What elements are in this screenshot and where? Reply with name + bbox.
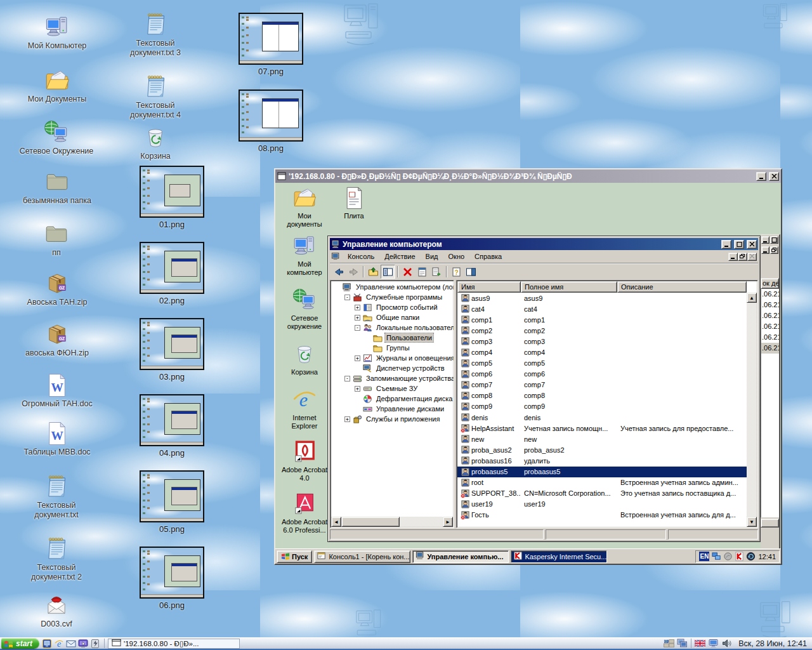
language-indicator[interactable]: EN <box>699 552 709 561</box>
desktop-icon[interactable]: пп <box>33 221 80 258</box>
user-row[interactable]: comp1comp1 <box>457 314 747 325</box>
scroll-right-button[interactable]: ► <box>443 517 453 527</box>
expand-icon[interactable]: + <box>355 355 360 361</box>
minimize-button[interactable] <box>761 236 769 244</box>
remote-desktop-icon[interactable]: eInternet Explorer <box>280 387 329 430</box>
tree-node[interactable]: Диспетчер устройств <box>332 363 454 373</box>
png-thumbnail[interactable]: 03.png <box>140 318 204 381</box>
tree-node[interactable]: +Журналы и оповещения пр <box>332 353 454 363</box>
user-row[interactable]: SUPPORT_38...CN=Microsoft Corporation...… <box>457 488 747 499</box>
png-thumbnail[interactable]: 07.png <box>239 13 303 76</box>
user-row[interactable]: comp5comp5 <box>457 358 747 369</box>
update-tray-icon[interactable] <box>746 552 756 561</box>
png-thumbnail[interactable]: 05.png <box>140 470 204 534</box>
user-row[interactable]: denisdenis <box>457 412 747 423</box>
network-tray-icon[interactable] <box>712 552 721 561</box>
remote-window-titlebar[interactable]: '192.168.0.80 - Ð▯Ð»Ð¸ÐµÐ½Ñ▯ Ð¢ÐµÑ▯Ð¼Ð¸Ð… <box>275 169 781 183</box>
tree-node[interactable]: -Служебные программы <box>332 292 454 302</box>
user-row[interactable]: probaasus5probaasus5 <box>457 467 747 477</box>
clock[interactable]: Вск, 28 Июн, 12:41 <box>735 639 811 648</box>
restore-button[interactable] <box>770 246 778 254</box>
tb-help-button[interactable]: ? <box>449 265 464 279</box>
scroll-up-button[interactable]: ▲ <box>747 293 757 303</box>
child-minimize-button[interactable] <box>728 253 738 261</box>
desktop-icon[interactable]: Мои Документы <box>18 67 96 104</box>
user-row[interactable]: comp8comp8 <box>457 390 747 401</box>
tb-export-button[interactable] <box>429 265 444 279</box>
scroll-left-button[interactable]: ◄ <box>331 517 341 527</box>
collapse-icon[interactable]: - <box>344 295 350 300</box>
desktop-icon[interactable]: GZАвоська ТАН.zip <box>16 270 98 307</box>
desktop-icon[interactable]: Мой Компьютер <box>18 14 96 51</box>
user-row[interactable]: comp9comp9 <box>457 401 747 412</box>
volume-icon[interactable] <box>721 638 733 649</box>
close-button[interactable] <box>747 240 757 249</box>
background-console-window-fragment[interactable]: ок де .06.21.06.21.06.21.06.21.06.21.06.… <box>761 234 780 564</box>
column-header-1[interactable]: Имя <box>457 281 521 293</box>
minimize-button[interactable] <box>721 240 731 249</box>
tree-node[interactable]: Пользователи <box>332 333 454 343</box>
user-row[interactable]: proba_asus2proba_asus2 <box>457 444 747 455</box>
tree-node[interactable]: -Запоминающие устройства <box>332 373 454 383</box>
desktop-icon[interactable]: Корзина <box>128 124 183 161</box>
user-row[interactable]: cat4cat4 <box>457 303 747 314</box>
column-header-3[interactable]: Описание <box>617 281 747 293</box>
collapse-icon[interactable]: - <box>344 376 350 381</box>
clock[interactable]: 12:41 <box>758 553 776 560</box>
minimize-button[interactable] <box>761 246 769 254</box>
tb-back-button[interactable] <box>332 265 346 279</box>
tree-node[interactable]: -Локальные пользователи и <box>332 322 454 333</box>
tree-node[interactable]: Группы <box>332 343 454 353</box>
minimize-button[interactable] <box>756 172 766 181</box>
tb-pane-button[interactable] <box>464 265 478 279</box>
menu-действие[interactable]: Действие <box>379 251 420 262</box>
scroll-down-button[interactable]: ▼ <box>747 517 757 527</box>
desktop-icon[interactable]: Сетевое Окружение <box>9 119 104 156</box>
taskbar-task[interactable]: '192.168.0.80 - Ð▯Ð»... <box>108 639 240 649</box>
expand-icon[interactable]: + <box>344 416 350 422</box>
menu-вид[interactable]: Вид <box>421 251 443 262</box>
user-row[interactable]: HelpAssistantУчетная запись помощн...Уче… <box>457 423 747 434</box>
kmail-icon[interactable] <box>65 638 77 649</box>
user-row[interactable]: probaasus16удалить <box>457 455 747 466</box>
desktop-icon[interactable]: WОгромный ТАН.doc <box>14 372 100 409</box>
user-row[interactable]: comp7comp7 <box>457 380 747 390</box>
user-row[interactable]: ГостьВстроенная учетная запись для д... <box>457 510 747 521</box>
user-row[interactable]: user19user19 <box>457 499 747 510</box>
desktop-icon[interactable]: D003.cvf <box>29 592 84 629</box>
desktop-icon[interactable]: Текстовый документ.txt <box>24 474 89 520</box>
user-row[interactable]: comp6comp6 <box>457 369 747 380</box>
png-thumbnail[interactable]: 04.png <box>140 394 204 458</box>
desktop-icon[interactable]: Текстовый документ.txt 3 <box>122 11 189 58</box>
close-button[interactable] <box>769 172 779 181</box>
window-titlebar[interactable]: Управление компьютером <box>330 238 758 250</box>
taskbar-task[interactable]: Управление компью... <box>412 550 509 563</box>
collapse-icon[interactable]: - <box>355 325 360 331</box>
start-button[interactable]: Пуск <box>277 550 312 563</box>
tree-node[interactable]: +Общие папки <box>332 312 454 322</box>
gb-flag-icon[interactable] <box>694 638 706 649</box>
column-header[interactable]: ок де <box>761 278 779 289</box>
taskbar-task[interactable]: Консоль1 - [Корень кон... <box>314 550 410 563</box>
taskbar-task[interactable]: Kaspersky Internet Secu... <box>511 550 607 563</box>
vertical-scrollbar[interactable]: ▲ ▼ <box>747 293 757 527</box>
expand-icon[interactable]: + <box>355 386 360 392</box>
scrollbar-thumb[interactable] <box>341 517 400 527</box>
tree-node[interactable]: Управление компьютером (локальн <box>332 282 454 292</box>
tree-node[interactable]: +Службы и приложения <box>332 414 454 424</box>
remote-desktop-icon[interactable]: Adobe Acrobat 4.0 <box>280 439 329 482</box>
pager-icon[interactable] <box>663 638 675 649</box>
tree-node[interactable]: +Съемные ЗУ <box>332 383 454 394</box>
remote-desktop-icon[interactable]: Мой компьютер <box>280 234 329 277</box>
klipper-icon[interactable] <box>89 638 101 649</box>
desktop-icon[interactable]: Текстовый документ.txt 4 <box>122 74 189 120</box>
tb-forward-button[interactable] <box>346 265 361 279</box>
menu-окно[interactable]: Окно <box>443 251 470 262</box>
tb-delete-button[interactable] <box>400 265 415 279</box>
scrollbar-fragment[interactable] <box>761 519 779 527</box>
tb-props-button[interactable] <box>415 265 429 279</box>
remote-desktop-icon[interactable]: Плита <box>330 185 378 220</box>
show-desktop-icon[interactable] <box>41 638 53 649</box>
maximize-button[interactable] <box>734 240 744 249</box>
user-row[interactable]: comp4comp4 <box>457 347 747 357</box>
